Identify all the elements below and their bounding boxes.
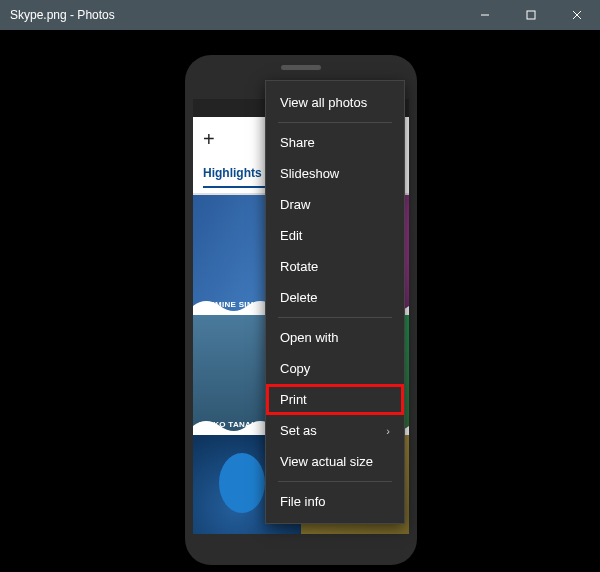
window-title: Skype.png - Photos xyxy=(10,8,462,22)
menu-separator xyxy=(278,317,392,318)
menu-label: Open with xyxy=(280,330,339,345)
menu-copy[interactable]: Copy xyxy=(266,353,404,384)
menu-label: File info xyxy=(280,494,326,509)
menu-label: View actual size xyxy=(280,454,373,469)
plus-icon: + xyxy=(203,128,215,151)
menu-label: Draw xyxy=(280,197,310,212)
window-titlebar: Skype.png - Photos xyxy=(0,0,600,30)
menu-label: Slideshow xyxy=(280,166,339,181)
menu-separator xyxy=(278,481,392,482)
menu-delete[interactable]: Delete xyxy=(266,282,404,313)
menu-edit[interactable]: Edit xyxy=(266,220,404,251)
menu-file-info[interactable]: File info xyxy=(266,486,404,517)
menu-label: Set as xyxy=(280,423,317,438)
close-button[interactable] xyxy=(554,0,600,30)
menu-rotate[interactable]: Rotate xyxy=(266,251,404,282)
balloon-shape xyxy=(219,453,265,513)
tab-highlights: Highlights xyxy=(203,166,274,188)
photo-viewer-stage[interactable]: 22:17 + Highlights ture xyxy=(0,30,600,572)
menu-label: Print xyxy=(280,392,307,407)
menu-print[interactable]: Print xyxy=(266,384,404,415)
phone-speaker xyxy=(281,65,321,70)
menu-label: Copy xyxy=(280,361,310,376)
menu-view-all-photos[interactable]: View all photos xyxy=(266,87,404,118)
menu-share[interactable]: Share xyxy=(266,127,404,158)
menu-draw[interactable]: Draw xyxy=(266,189,404,220)
chevron-right-icon: › xyxy=(386,425,390,437)
menu-label: Delete xyxy=(280,290,318,305)
minimize-button[interactable] xyxy=(462,0,508,30)
tab-label: Highlights xyxy=(203,166,262,180)
maximize-button[interactable] xyxy=(508,0,554,30)
menu-slideshow[interactable]: Slideshow xyxy=(266,158,404,189)
context-menu: View all photos Share Slideshow Draw Edi… xyxy=(265,80,405,524)
menu-open-with[interactable]: Open with xyxy=(266,322,404,353)
menu-label: Share xyxy=(280,135,315,150)
menu-label: Rotate xyxy=(280,259,318,274)
svg-rect-1 xyxy=(527,11,535,19)
menu-label: Edit xyxy=(280,228,302,243)
menu-label: View all photos xyxy=(280,95,367,110)
menu-separator xyxy=(278,122,392,123)
menu-set-as[interactable]: Set as › xyxy=(266,415,404,446)
menu-view-actual-size[interactable]: View actual size xyxy=(266,446,404,477)
